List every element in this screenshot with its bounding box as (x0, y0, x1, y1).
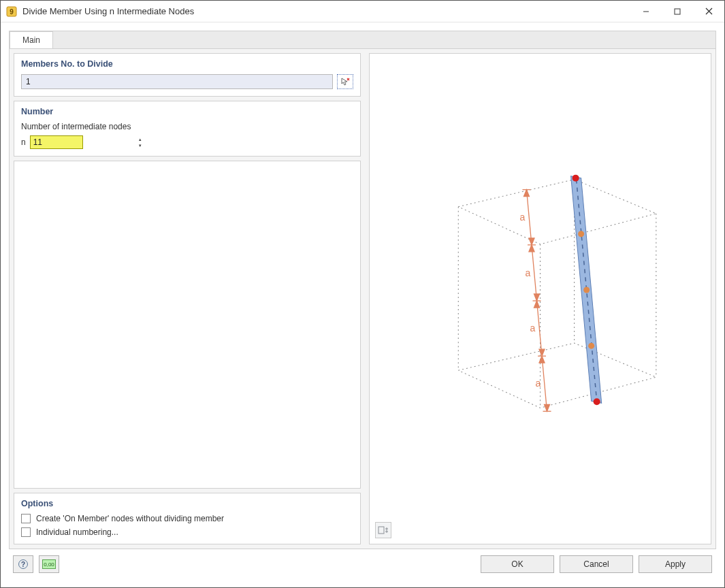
panel-blank (14, 161, 361, 489)
tab-body: Members No. to Divide (9, 48, 716, 549)
preview-illustration: a a a a (370, 54, 711, 544)
titlebar: 9 Divide Member Using n Intermediate Nod… (1, 1, 724, 22)
svg-marker-24 (534, 301, 539, 308)
apply-button-label: Apply (665, 559, 686, 569)
cancel-button[interactable]: Cancel (560, 555, 633, 573)
close-button[interactable] (693, 1, 724, 22)
svg-marker-22 (529, 245, 534, 252)
preview-settings-icon (378, 525, 389, 536)
tab-main-label: Main (22, 35, 40, 45)
n-prefix: n (21, 137, 26, 147)
svg-rect-3 (675, 9, 680, 14)
maximize-button[interactable] (662, 1, 693, 22)
dim-label-2: a (525, 267, 530, 278)
dialog-window: 9 Divide Member Using n Intermediate Nod… (0, 0, 725, 588)
pick-members-button[interactable] (337, 74, 353, 89)
preview-pane: a a a a (369, 53, 711, 544)
dialog-footer: ? 0,00 OK Cancel Apply (9, 549, 716, 579)
svg-marker-20 (523, 190, 529, 197)
svg-text:0,00: 0,00 (44, 561, 54, 568)
ok-button[interactable]: OK (481, 555, 554, 573)
svg-point-18 (588, 343, 594, 349)
client-area: Main Members No. to Divide (1, 22, 724, 587)
units-button[interactable]: 0,00 (39, 555, 59, 573)
n-spinner[interactable]: ▲ ▼ (30, 135, 83, 149)
svg-point-17 (583, 287, 590, 293)
dim-label-3: a (530, 323, 535, 333)
number-field-label: Number of intermediate nodes (21, 122, 353, 131)
apply-button[interactable]: Apply (639, 555, 712, 573)
svg-text:?: ? (21, 561, 25, 568)
n-spin-up[interactable]: ▲ (138, 136, 142, 142)
panel-members-heading: Members No. to Divide (21, 59, 353, 69)
tab-main[interactable]: Main (10, 31, 53, 49)
help-icon: ? (18, 559, 29, 570)
n-spin-buttons: ▲ ▼ (138, 136, 142, 148)
panel-members: Members No. to Divide (14, 53, 361, 97)
svg-point-14 (573, 175, 579, 182)
panel-options: Options Create 'On Member' nodes without… (14, 493, 361, 544)
tab-strip: Main (9, 31, 716, 48)
cancel-button-label: Cancel (583, 559, 609, 569)
svg-point-15 (594, 398, 600, 405)
dim-label-1: a (519, 212, 525, 223)
svg-point-16 (578, 231, 584, 237)
checkbox-on-member-nodes[interactable] (21, 514, 31, 523)
panel-number: Number Number of intermediate nodes n ▲ … (14, 101, 361, 157)
window-buttons (630, 1, 724, 22)
svg-text:9: 9 (10, 8, 14, 16)
help-button[interactable]: ? (13, 555, 33, 573)
cursor-pick-icon (340, 77, 350, 86)
preview-settings-button[interactable] (375, 522, 391, 538)
n-spin-down[interactable]: ▼ (138, 142, 142, 148)
n-input[interactable] (31, 136, 138, 148)
panel-options-heading: Options (21, 499, 353, 508)
svg-marker-27 (545, 404, 550, 411)
members-input[interactable] (21, 74, 333, 89)
checkbox-individual-numbering[interactable] (21, 527, 31, 537)
checkbox-on-member-nodes-label: Create 'On Member' nodes without dividin… (36, 514, 224, 523)
svg-rect-33 (378, 527, 384, 534)
units-icon: 0,00 (42, 559, 56, 569)
minimize-button[interactable] (630, 1, 662, 22)
left-column: Members No. to Divide (14, 53, 361, 544)
app-icon: 9 (6, 6, 17, 17)
panel-number-heading: Number (21, 107, 353, 116)
window-title: Divide Member Using n Intermediate Nodes (22, 6, 630, 16)
dim-label-4: a (535, 378, 541, 389)
ok-button-label: OK (511, 559, 523, 569)
checkbox-individual-numbering-label: Individual numbering... (36, 527, 118, 537)
